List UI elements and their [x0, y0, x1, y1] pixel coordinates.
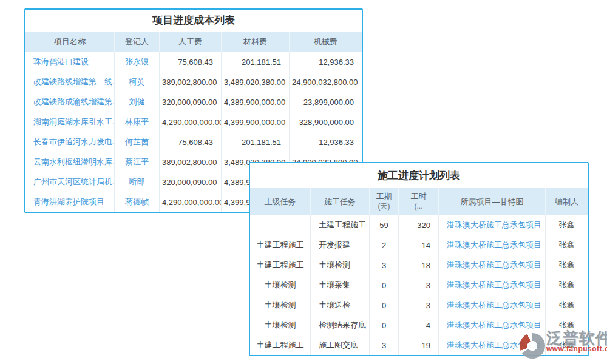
labor-cost-value: 320,000,090.00 [159, 92, 221, 112]
project-gantt-link[interactable]: 港珠澳大桥施工总承包项目 [438, 215, 545, 235]
work-hours-value: 3 [398, 275, 438, 295]
parent-task-value [250, 215, 310, 235]
construction-task-value: 开发报建 [310, 235, 369, 255]
construction-task-value: 土建工程施工 [310, 215, 369, 235]
duration-days-value: 0 [369, 275, 398, 295]
project-name-link[interactable]: 青海洪湖养护院项目 [25, 192, 114, 212]
work-hours-value: 14 [398, 235, 438, 255]
plan-table-header-row: 上级任务施工任务工期(天)工时(...所属项目—甘特图编制人 [250, 188, 588, 215]
material-cost-value: 3,489,020,380.00 [221, 72, 289, 92]
duration-days-value: 0 [369, 315, 398, 335]
table-row: 土壤检测土壤采集03港珠澳大桥施工总承包项目张鑫 [250, 275, 588, 295]
project-gantt-link[interactable]: 港珠澳大桥施工总承包项目 [438, 235, 545, 255]
cost-column-header: 项目名称 [25, 32, 114, 52]
table-row: 土建工程施工59320港珠澳大桥施工总承包项目张鑫 [250, 215, 588, 235]
registrant-link[interactable]: 何芷茵 [114, 132, 159, 152]
compiler-value: 张鑫 [545, 295, 588, 315]
duration-days-value: 2 [369, 235, 398, 255]
construction-task-value: 施工图交底 [310, 335, 369, 355]
duration-days-value: 3 [369, 255, 398, 275]
fanpu-brand-name: 泛普软件 [546, 329, 607, 346]
project-gantt-link[interactable]: 港珠澳大桥施工总承包项目 [438, 295, 545, 315]
duration-days-value: 3 [369, 335, 398, 355]
cost-table-header-row: 项目名称登记人人工费材料费机械费 [25, 32, 362, 52]
labor-cost-value: 389,002,800.00 [159, 152, 221, 172]
registrant-link[interactable]: 蒋德帧 [114, 192, 159, 212]
compiler-value: 张鑫 [545, 255, 588, 275]
plan-column-header: 施工任务 [310, 188, 369, 215]
plan-column-header: 工时(... [398, 188, 438, 215]
table-row: 土壤检测土壤送检03港珠澳大桥施工总承包项目张鑫 [250, 295, 588, 315]
compiler-value: 张鑫 [545, 275, 588, 295]
machinery-cost-value: 12,936.33 [289, 132, 362, 152]
machinery-cost-value: 24,900,032,800.00 [289, 72, 362, 92]
table-row: 土建工程施工土壤检测318港珠澳大桥施工总承包项目张鑫 [250, 255, 588, 275]
registrant-link[interactable]: 林康平 [114, 112, 159, 132]
plan-column-header: 所属项目—甘特图 [438, 188, 545, 215]
parent-task-value: 土壤检测 [250, 315, 310, 335]
registrant-link[interactable]: 断郎 [114, 172, 159, 192]
project-name-link[interactable]: 广州市天河区统计局机... [25, 172, 114, 192]
cost-column-header: 人工费 [159, 32, 221, 52]
plan-column-header: 编制人 [545, 188, 588, 215]
table-row: 珠海鹤港口建设张永银75,608.43201,181.5112,936.33 [25, 52, 362, 72]
parent-task-value: 土壤检测 [250, 295, 310, 315]
project-gantt-link[interactable]: 港珠澳大桥施工总承包项目 [438, 275, 545, 295]
registrant-link[interactable]: 柯英 [114, 72, 159, 92]
labor-cost-value: 389,002,800.00 [159, 72, 221, 92]
labor-cost-value: 4,290,000,000.00 [159, 112, 221, 132]
table-row: 改建铁路成渝线增建第...刘健320,000,090.004,389,900,0… [25, 92, 362, 112]
work-hours-value: 320 [398, 215, 438, 235]
table-row: 改建铁路线增建第二线...柯英389,002,800.003,489,020,3… [25, 72, 362, 92]
cost-column-header: 机械费 [289, 32, 362, 52]
work-hours-value: 19 [398, 335, 438, 355]
table-row: 长春市伊通河水力发电...何芷茵75,608.43201,181.5112,93… [25, 132, 362, 152]
machinery-cost-value: 328,900,000.00 [289, 112, 362, 132]
labor-cost-value: 75,608.43 [159, 132, 221, 152]
cost-list-title: 项目进度成本列表 [25, 10, 362, 32]
material-cost-value: 4,389,900,000.00 [221, 92, 289, 112]
plan-column-header: 上级任务 [250, 188, 310, 215]
work-hours-value: 3 [398, 295, 438, 315]
parent-task-value: 土建工程施工 [250, 235, 310, 255]
material-cost-value: 201,181.51 [221, 132, 289, 152]
registrant-link[interactable]: 张永银 [114, 52, 159, 72]
construction-plan-panel: 施工进度计划列表 上级任务施工任务工期(天)工时(...所属项目—甘特图编制人 … [249, 162, 589, 356]
construction-task-value: 检测结果存底 [310, 315, 369, 335]
project-name-link[interactable]: 改建铁路线增建第二线... [25, 72, 114, 92]
cost-column-header: 登记人 [114, 32, 159, 52]
fanpu-logo-icon [520, 333, 545, 359]
machinery-cost-value: 23,899,000.00 [289, 92, 362, 112]
parent-task-value: 土壤检测 [250, 275, 310, 295]
fanpu-watermark: 泛普软件 www.fanpusoft.com [520, 329, 607, 362]
project-name-link[interactable]: 珠海鹤港口建设 [25, 52, 114, 72]
construction-task-value: 土壤采集 [310, 275, 369, 295]
registrant-link[interactable]: 刘健 [114, 92, 159, 112]
project-name-link[interactable]: 改建铁路成渝线增建第... [25, 92, 114, 112]
compiler-value: 张鑫 [545, 215, 588, 235]
parent-task-value: 土建工程施工 [250, 335, 310, 355]
project-gantt-link[interactable]: 港珠澳大桥施工总承包项目 [438, 255, 545, 275]
registrant-link[interactable]: 蔡江平 [114, 152, 159, 172]
parent-task-value: 土建工程施工 [250, 255, 310, 275]
work-hours-value: 18 [398, 255, 438, 275]
table-row: 湖南洞庭湖水库引水工...林康平4,290,000,000.004,399,90… [25, 112, 362, 132]
machinery-cost-value: 12,936.33 [289, 52, 362, 72]
construction-task-value: 土壤送检 [310, 295, 369, 315]
plan-column-header: 工期(天) [369, 188, 398, 215]
cost-column-header: 材料费 [221, 32, 289, 52]
labor-cost-value: 320,000,090.00 [159, 172, 221, 192]
labor-cost-value: 4,290,000,000.00 [159, 192, 221, 212]
plan-list-title: 施工进度计划列表 [250, 163, 588, 188]
duration-days-value: 59 [369, 215, 398, 235]
project-name-link[interactable]: 长春市伊通河水力发电... [25, 132, 114, 152]
project-name-link[interactable]: 云南水利枢纽潜明水库... [25, 152, 114, 172]
table-row: 土建工程施工开发报建214港珠澳大桥施工总承包项目张鑫 [250, 235, 588, 255]
fanpu-logo-text: 泛普软件 www.fanpusoft.com [546, 329, 607, 353]
work-hours-value: 4 [398, 315, 438, 335]
project-name-link[interactable]: 湖南洞庭湖水库引水工... [25, 112, 114, 132]
duration-days-value: 0 [369, 295, 398, 315]
material-cost-value: 4,399,900,000.00 [221, 112, 289, 132]
fanpu-website-url: www.fanpusoft.com [546, 345, 607, 353]
labor-cost-value: 75,608.43 [159, 52, 221, 72]
